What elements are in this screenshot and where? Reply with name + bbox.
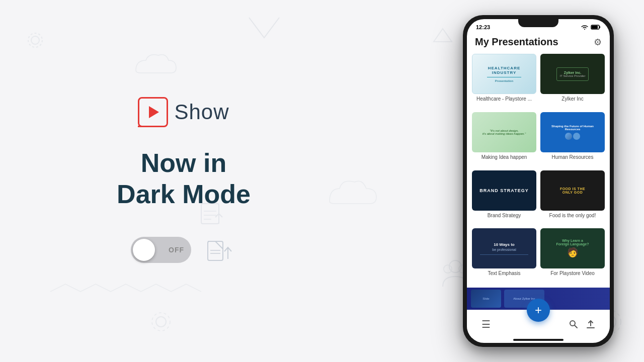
pres-label-1: Healthcare - Playstore ...: [472, 96, 536, 102]
svg-rect-21: [599, 26, 600, 28]
logo-area: Show: [138, 97, 229, 127]
thumb-brand: BRAND STRATEGY: [472, 170, 536, 211]
wifi-icon: [581, 24, 589, 30]
upload-icon-area: [201, 235, 236, 265]
presentation-item-3[interactable]: "It's not about design, it's about makin…: [472, 112, 536, 166]
phone-container: 12:23 My Presentations: [463, 15, 614, 347]
svg-line-23: [575, 325, 577, 328]
status-icons: [581, 24, 601, 30]
bottom-nav: ☰ +: [467, 310, 610, 338]
pres-label-6: Food is the only god!: [540, 213, 605, 218]
tagline-line1: Now in: [141, 148, 226, 177]
pres-label-8: For Playstore Video: [540, 270, 605, 276]
home-indicator: [513, 339, 564, 341]
tagline: Now in Dark Mode: [117, 147, 251, 210]
thumb-hr: Shaping the Future of Human Resources: [540, 112, 605, 152]
upload-button[interactable]: [586, 320, 595, 329]
presentation-item-1[interactable]: HEALTHCARE INDUSTRY Presentation Healthc…: [472, 54, 536, 108]
presentation-item-5[interactable]: BRAND STRATEGY Brand Strategy: [472, 170, 536, 225]
play-icon: [149, 106, 159, 118]
status-time: 12:23: [476, 24, 490, 30]
app-header-title: My Presentations: [475, 36, 558, 48]
svg-rect-20: [592, 26, 598, 29]
search-button[interactable]: [569, 320, 578, 329]
pres-label-5: Brand Strategy: [472, 213, 536, 218]
thumb-food: FOOD IS THE ONLY GOD: [540, 170, 605, 211]
left-panel: Show Now in Dark Mode OFF: [0, 0, 367, 362]
svg-marker-11: [434, 29, 452, 42]
svg-point-13: [444, 265, 452, 273]
toggle-label: OFF: [169, 246, 184, 254]
presentations-grid: HEALTHCARE INDUSTRY Presentation Healthc…: [467, 54, 610, 288]
presentation-item-8[interactable]: Why Learn a Foreign Language? 🧑 For Play…: [540, 228, 605, 283]
pres-label-3: Making Idea happen: [472, 154, 536, 160]
settings-button[interactable]: ⚙: [594, 37, 602, 48]
toggle-container: OFF: [131, 235, 236, 265]
phone-screen: 12:23 My Presentations: [467, 19, 610, 343]
menu-button[interactable]: ☰: [481, 318, 491, 330]
phone-notch: [518, 19, 558, 27]
presentation-item-2[interactable]: Zylker Inc. IT Service Provider Zylker I…: [540, 54, 605, 108]
app-logo-icon: [138, 97, 168, 127]
toggle-knob: [133, 239, 155, 261]
svg-point-12: [449, 260, 461, 273]
pres-label-7: Text Emphasis: [472, 270, 536, 276]
presentation-item-6[interactable]: FOOD IS THE ONLY GOD Food is the only go…: [540, 170, 605, 225]
battery-icon: [591, 24, 601, 30]
thumb-text-emphasis: 10 Ways to be professional: [472, 228, 536, 268]
thumb-making: "It's not about design, it's about makin…: [472, 112, 536, 152]
pres-label-2: Zylker Inc: [540, 96, 605, 102]
nav-right-icons: [569, 320, 595, 329]
svg-rect-15: [208, 241, 223, 260]
thumb-healthcare: HEALTHCARE INDUSTRY Presentation: [472, 54, 536, 94]
app-header: My Presentations ⚙: [467, 32, 610, 54]
thumb-zylker: Zylker Inc. IT Service Provider: [540, 54, 605, 94]
upload-decoration-icon: [205, 236, 233, 264]
presentation-item-7[interactable]: 10 Ways to be professional Text Emphasis: [472, 228, 536, 283]
presentation-item-4[interactable]: Shaping the Future of Human Resources Hu…: [540, 112, 605, 166]
thumb-playstore: Why Learn a Foreign Language? 🧑: [540, 228, 605, 268]
dark-mode-toggle[interactable]: OFF: [131, 237, 191, 263]
partial-thumb-left: Slide: [471, 290, 501, 308]
phone-frame: 12:23 My Presentations: [463, 15, 614, 347]
pres-label-4: Human Resources: [540, 154, 605, 160]
tagline-line2: Dark Mode: [117, 179, 251, 209]
add-presentation-fab[interactable]: +: [527, 299, 550, 322]
app-name: Show: [174, 100, 229, 124]
